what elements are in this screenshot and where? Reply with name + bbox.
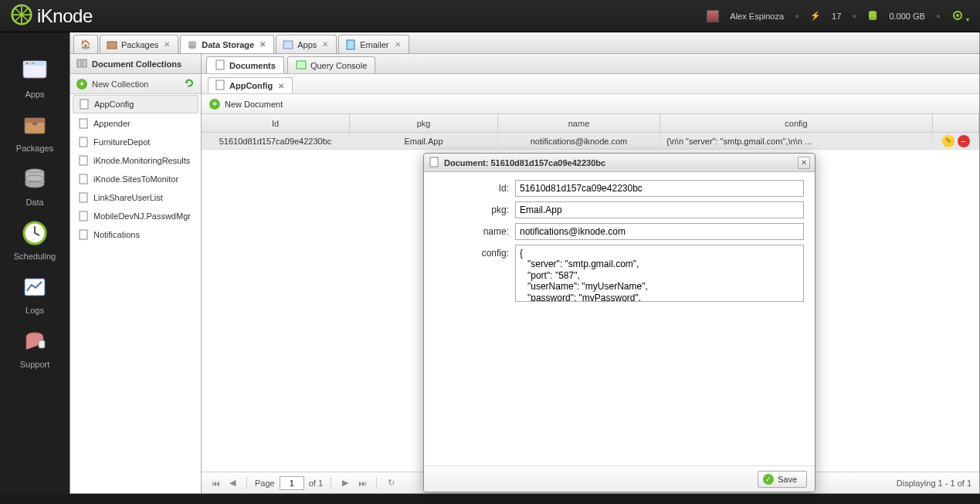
window-titlebar[interactable]: Document: 51610d81d157ca09e42230bc ✕ — [424, 154, 815, 172]
svg-rect-13 — [32, 123, 37, 125]
svg-rect-28 — [83, 59, 86, 67]
pager-first-icon[interactable]: ⏮ — [209, 477, 222, 489]
collection-item[interactable]: Appender — [70, 114, 201, 133]
documents-icon — [215, 59, 226, 72]
document-icon — [215, 79, 226, 92]
collections-toolbar: + New Collection — [70, 74, 201, 94]
collection-item[interactable]: iKnode.SitesToMonitor — [70, 170, 201, 188]
logo[interactable]: iKnode — [11, 4, 93, 28]
subtabs: Documents Query Console — [202, 54, 979, 74]
new-collection-button[interactable]: New Collection — [92, 79, 148, 89]
svg-rect-38 — [297, 61, 306, 69]
tab-close-icon[interactable]: ✕ — [393, 40, 402, 49]
save-button[interactable]: ✓ Save — [758, 471, 807, 488]
tab-home[interactable]: 🏠 — [73, 35, 98, 53]
brand-name: iKnode — [37, 5, 93, 27]
tab-close-icon[interactable]: ✕ — [320, 40, 330, 49]
doc-tab-appconfig[interactable]: AppConfig ✕ — [208, 77, 293, 93]
id-field[interactable] — [515, 180, 804, 197]
table-row[interactable]: 51610d81d157ca09e42230bc Email.App notif… — [202, 133, 979, 150]
document-editor-window: Document: 51610d81d157ca09e42230bc ✕ Id:… — [423, 153, 816, 492]
label-id: Id: — [435, 180, 509, 197]
tab-apps[interactable]: Apps ✕ — [276, 35, 337, 53]
collections-list: AppConfig Appender FurnitureDepot iKnode… — [70, 94, 201, 493]
svg-point-24 — [188, 46, 196, 49]
collections-icon — [76, 58, 87, 70]
bolt-icon: ⚡ — [810, 11, 821, 21]
pkg-field[interactable] — [515, 201, 804, 218]
name-field[interactable] — [515, 223, 804, 240]
new-document-button[interactable]: New Document — [225, 100, 283, 109]
tab-emailer[interactable]: Emailer ✕ — [338, 35, 409, 53]
home-icon: 🏠 — [80, 39, 91, 50]
rail-scheduling[interactable]: Scheduling — [14, 218, 56, 261]
col-name[interactable]: name — [498, 114, 660, 132]
svg-point-8 — [26, 63, 28, 64]
topbar: iKnode Alex Espinoza ● ⚡ 17 ● 0.000 GB ●… — [0, 0, 980, 32]
svg-rect-32 — [80, 156, 87, 165]
label-config: config: — [435, 245, 509, 302]
tab-close-icon[interactable]: ✕ — [162, 40, 171, 49]
svg-rect-29 — [80, 100, 88, 109]
col-pkg[interactable]: pkg — [350, 114, 498, 132]
svg-rect-26 — [347, 40, 354, 49]
config-field[interactable]: { "server": "smtp.gmail.com", "port": "5… — [515, 245, 804, 302]
subtab-documents[interactable]: Documents — [206, 56, 284, 73]
footer — [0, 494, 980, 504]
delete-icon[interactable]: – — [958, 135, 970, 147]
pager-status: Displaying 1 - 1 of 1 — [897, 479, 972, 488]
left-rail: Apps Packages Data Scheduling Logs Suppo… — [0, 32, 70, 494]
edit-icon[interactable]: ✎ — [942, 135, 955, 147]
pager-prev-icon[interactable]: ◀ — [226, 477, 239, 489]
doc-tabs: AppConfig ✕ — [202, 74, 979, 94]
rail-support[interactable]: Support — [19, 326, 50, 369]
rail-data[interactable]: Data — [19, 164, 50, 207]
col-id[interactable]: Id — [202, 114, 350, 132]
user-name[interactable]: Alex Espinoza — [730, 12, 784, 21]
settings-gear-icon[interactable]: ▾ — [951, 9, 969, 23]
rail-logs[interactable]: Logs — [19, 272, 50, 315]
avatar[interactable] — [707, 10, 719, 22]
svg-point-5 — [956, 14, 959, 17]
collection-item[interactable]: MobileDevNJ.PasswdMgr — [70, 207, 201, 225]
subtab-query[interactable]: Query Console — [287, 56, 375, 73]
label-name: name: — [435, 223, 509, 240]
refresh-icon[interactable] — [184, 78, 195, 90]
tab-packages[interactable]: Packages ✕ — [100, 35, 178, 53]
col-config[interactable]: config — [660, 114, 933, 132]
svg-rect-34 — [80, 193, 87, 202]
collection-item[interactable]: LinkShareUserList — [70, 188, 201, 207]
rail-packages[interactable]: Packages — [16, 110, 53, 153]
collection-item[interactable]: FurnitureDepot — [70, 133, 201, 151]
collection-item[interactable]: iKnode.MonitoringResults — [70, 151, 201, 170]
svg-point-3 — [869, 17, 877, 20]
svg-rect-39 — [216, 80, 224, 90]
user-area: Alex Espinoza ● ⚡ 17 ● 0.000 GB ● ▾ — [707, 9, 969, 23]
storage-amount: 0.000 GB — [889, 12, 924, 21]
rail-apps[interactable]: Apps — [19, 56, 50, 99]
check-icon: ✓ — [763, 474, 774, 485]
tab-data-storage[interactable]: Data Storage ✕ — [180, 35, 274, 53]
collections-header: Document Collections — [70, 54, 201, 74]
pager-last-icon[interactable]: ⏭ — [356, 477, 368, 489]
document-icon — [345, 39, 356, 50]
grid-header: Id pkg name config — [202, 114, 979, 133]
svg-rect-25 — [283, 41, 293, 49]
document-icon — [429, 157, 439, 169]
collection-item[interactable]: AppConfig — [73, 95, 198, 113]
add-icon: + — [76, 79, 87, 90]
svg-rect-36 — [80, 230, 87, 239]
add-icon: + — [209, 99, 220, 110]
tab-close-icon[interactable]: ✕ — [258, 40, 267, 49]
page-input[interactable] — [280, 476, 304, 490]
close-icon[interactable]: ✕ — [798, 157, 810, 169]
svg-rect-30 — [80, 119, 87, 128]
query-icon — [296, 59, 307, 72]
svg-point-16 — [25, 181, 44, 188]
tab-close-icon[interactable]: ✕ — [276, 82, 286, 90]
pager-next-icon[interactable]: ▶ — [339, 477, 351, 489]
package-icon — [107, 39, 117, 50]
collection-item[interactable]: Notifications — [70, 225, 201, 244]
collections-panel: Document Collections + New Collection Ap… — [70, 54, 202, 493]
pager-refresh-icon[interactable]: ↻ — [385, 477, 397, 489]
